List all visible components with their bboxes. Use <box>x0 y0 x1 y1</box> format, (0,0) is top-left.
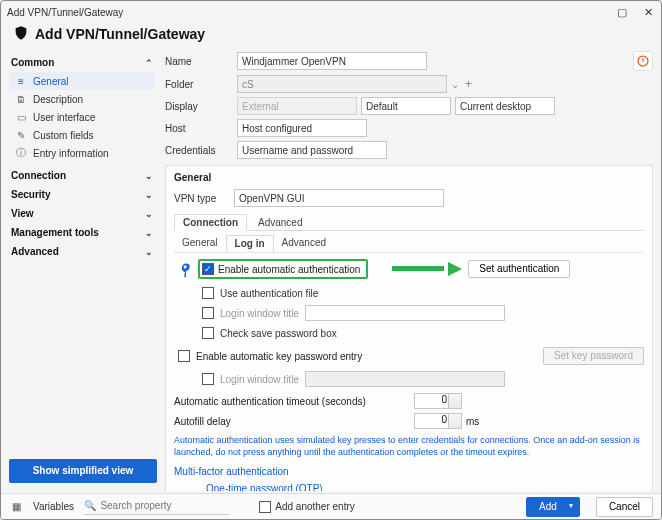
mfa-header: Multi-factor authentication <box>174 466 644 477</box>
ui-icon: ▭ <box>15 111 27 123</box>
sidebar-item-description[interactable]: 🗎Description <box>9 90 155 108</box>
cancel-button[interactable]: Cancel <box>596 497 653 517</box>
key-icon <box>174 260 192 278</box>
info-icon: ⓘ <box>15 147 27 159</box>
openvpn-icon[interactable] <box>633 51 653 71</box>
name-label: Name <box>165 56 237 67</box>
panel-title-general: General <box>174 172 644 183</box>
chevron-down-icon: ⌄ <box>145 171 153 181</box>
check-save-password-label: Check save password box <box>220 328 337 339</box>
credentials-label: Credentials <box>165 145 237 156</box>
enable-auto-auth-label: Enable automatic authentication <box>218 264 360 275</box>
display-default-select[interactable]: Default <box>361 97 451 115</box>
enable-key-password-label: Enable automatic key password entry <box>196 351 362 362</box>
vpn-type-select[interactable]: OpenVPN GUI <box>234 189 444 207</box>
sidebar: Common⌃ ≡General 🗎Description ▭User inte… <box>1 49 161 491</box>
general-icon: ≡ <box>15 75 27 87</box>
key-login-window-title-label: Login window title <box>220 374 299 385</box>
autofill-delay-unit: ms <box>466 416 479 427</box>
autofill-delay-spinner[interactable]: 0 <box>414 413 462 429</box>
credentials-select[interactable]: Username and password <box>237 141 387 159</box>
sidebar-section-advanced[interactable]: Advanced⌄ <box>7 242 157 261</box>
sidebar-section-view[interactable]: View⌄ <box>7 204 157 223</box>
name-input[interactable] <box>237 52 427 70</box>
vpn-type-label: VPN type <box>174 193 234 204</box>
host-label: Host <box>165 123 237 134</box>
folder-label: Folder <box>165 79 237 90</box>
folder-add-icon[interactable]: + <box>465 77 472 91</box>
otp-link[interactable]: One-time password (OTP) <box>206 483 323 491</box>
sidebar-item-user-interface[interactable]: ▭User interface <box>9 108 155 126</box>
folder-chevron-icon[interactable]: ⌄ <box>451 79 459 90</box>
check-save-password-checkbox[interactable] <box>202 327 214 339</box>
page-title: Add VPN/Tunnel/Gateway <box>35 26 205 42</box>
sidebar-section-common[interactable]: Common⌃ <box>7 53 157 72</box>
autofill-delay-label: Autofill delay <box>174 416 384 427</box>
display-desktop-select[interactable]: Current desktop <box>455 97 555 115</box>
chevron-down-icon: ⌄ <box>145 190 153 200</box>
sidebar-section-connection[interactable]: Connection⌄ <box>7 166 157 185</box>
annotation-arrow <box>392 262 462 276</box>
login-window-title-label: Login window title <box>220 308 299 319</box>
sidebar-section-security[interactable]: Security⌄ <box>7 185 157 204</box>
auto-auth-timeout-label: Automatic authentication timeout (second… <box>174 396 384 407</box>
display-mode-select: External <box>237 97 357 115</box>
auto-auth-note: Automatic authentication uses simulated … <box>174 435 644 458</box>
chevron-down-icon: ⌄ <box>145 247 153 257</box>
add-button[interactable]: Add <box>526 497 580 517</box>
key-login-window-title-checkbox <box>202 373 214 385</box>
search-property-input[interactable] <box>100 500 229 511</box>
window-title: Add VPN/Tunnel/Gateway <box>7 7 123 18</box>
login-window-title-checkbox[interactable] <box>202 307 214 319</box>
key-login-window-title-input <box>305 371 505 387</box>
sidebar-item-entry-information[interactable]: ⓘEntry information <box>9 144 155 162</box>
add-another-entry-checkbox[interactable] <box>259 501 271 513</box>
search-icon: 🔍 <box>84 499 96 513</box>
add-another-entry-label: Add another entry <box>275 501 355 512</box>
login-window-title-input[interactable] <box>305 305 505 321</box>
sidebar-section-management-tools[interactable]: Management tools⌄ <box>7 223 157 242</box>
use-auth-file-checkbox[interactable] <box>202 287 214 299</box>
use-auth-file-label: Use authentication file <box>220 288 318 299</box>
subtab-advanced[interactable]: Advanced <box>274 235 334 252</box>
variables-label[interactable]: Variables <box>33 501 74 512</box>
sidebar-item-general[interactable]: ≡General <box>9 72 155 90</box>
enable-key-password-checkbox[interactable] <box>178 350 190 362</box>
enable-auto-auth-checkbox[interactable] <box>202 263 214 275</box>
chevron-down-icon: ⌄ <box>145 228 153 238</box>
grid-icon[interactable]: ▦ <box>9 500 23 514</box>
shield-icon <box>13 25 29 43</box>
auto-auth-timeout-spinner[interactable]: 0 <box>414 393 462 409</box>
tab-connection[interactable]: Connection <box>174 214 247 231</box>
description-icon: 🗎 <box>15 93 27 105</box>
sidebar-item-custom-fields[interactable]: ✎Custom fields <box>9 126 155 144</box>
enable-auto-auth-highlight: Enable automatic authentication <box>198 259 368 279</box>
subtab-general[interactable]: General <box>174 235 226 252</box>
host-select[interactable]: Host configured <box>237 119 367 137</box>
chevron-up-icon: ⌃ <box>145 58 153 68</box>
subtab-login[interactable]: Log in <box>226 235 274 252</box>
custom-fields-icon: ✎ <box>15 129 27 141</box>
set-key-password-button: Set key password <box>543 347 644 365</box>
show-simplified-view-button[interactable]: Show simplified view <box>9 459 157 483</box>
window-maximize-icon[interactable]: ▢ <box>615 6 629 19</box>
window-close-icon[interactable]: ✕ <box>641 6 655 19</box>
tab-advanced[interactable]: Advanced <box>249 214 311 231</box>
chevron-down-icon: ⌄ <box>145 209 153 219</box>
set-authentication-button[interactable]: Set authentication <box>468 260 570 278</box>
display-label: Display <box>165 101 237 112</box>
folder-input <box>237 75 447 93</box>
